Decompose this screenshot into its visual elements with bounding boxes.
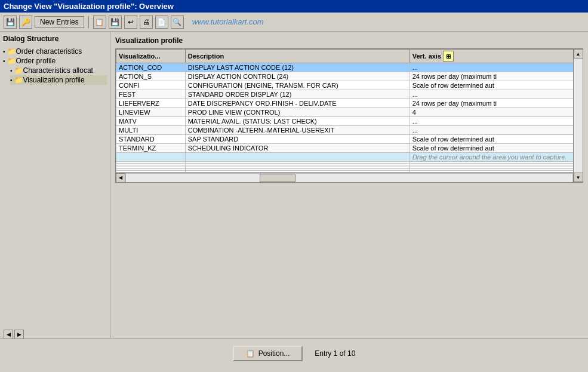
cell-vert: Scale of row determined aut [410, 144, 582, 153]
cell-desc: SCHEDULING INDICATOR [185, 144, 410, 153]
vertical-scrollbar[interactable]: ▲ ▼ [573, 49, 583, 182]
table-row[interactable]: ACTION_CODDISPLAY LAST ACTION CODE (12).… [116, 63, 583, 72]
table-row[interactable]: CONFICONFIGURATION (ENGINE, TRANSM. FOR … [116, 81, 583, 90]
scroll-track [574, 59, 583, 173]
table-row[interactable]: TERMIN_KZSCHEDULING INDICATORScale of ro… [116, 144, 583, 153]
save2-icon[interactable]: 💾 [109, 16, 122, 29]
position-button[interactable]: 📋 Position... [233, 346, 303, 361]
cell-desc: COMBINATION -ALTERN.-MATERIAL-USEREXIT [185, 126, 410, 135]
table-row[interactable]: ACTION_SDISPLAY ACTION CONTROL (24)24 ro… [116, 72, 583, 81]
folder-icon-order-char: 📁 [7, 47, 16, 56]
bullet-icon-3: • [10, 67, 13, 74]
cell-viz: CONFI [116, 81, 186, 90]
horiz-scroll-thumb[interactable] [260, 174, 295, 182]
cell-vert: Scale of row determined aut [410, 135, 582, 144]
panel-title: Visualization profile [115, 36, 583, 45]
left-nav-arrows: ◀ ▶ [4, 330, 24, 339]
entry-info: Entry 1 of 10 [315, 349, 355, 358]
grid-icon: ⊞ [443, 51, 454, 62]
sidebar-label-order-profile: Order profile [16, 57, 56, 65]
cell-vert: Drag the cursor around the area you want… [410, 153, 582, 162]
table-row[interactable]: MULTICOMBINATION -ALTERN.-MATERIAL-USERE… [116, 126, 583, 135]
print-icon[interactable]: 📄 [155, 16, 168, 29]
folder-icon-char-alloc: 📁 [14, 66, 23, 75]
cell-vert: 4 [410, 108, 582, 117]
data-table-container: ▲ ▼ Visualizatio... Description Vert. ax… [115, 48, 583, 183]
new-entries-button[interactable]: New Entries [35, 16, 84, 28]
sidebar-item-characteristics-alloc[interactable]: • 📁 Characteristics allocat [10, 66, 107, 75]
cell-viz: ACTION_S [116, 72, 186, 81]
cell-viz [116, 153, 186, 162]
visualization-table: Visualizatio... Description Vert. axis ⊞… [116, 49, 583, 173]
nav-left-icon[interactable]: ◀ [4, 330, 13, 339]
table-row[interactable]: FESTSTANDARD ORDER DISPLAY (12)... [116, 90, 583, 99]
scroll-up-btn[interactable]: ▲ [574, 49, 583, 59]
cell-viz: MULTI [116, 126, 186, 135]
horizontal-scrollbar[interactable]: ◀ ▶ [116, 173, 583, 182]
cell-desc: PROD LINE VIEW (CONTROL) [185, 108, 410, 117]
horiz-scroll-track [125, 173, 573, 183]
title-text: Change View "Visualization profile": Ove… [4, 2, 174, 11]
toolbar: 💾 🔑 New Entries 📋 💾 ↩ 🖨 📄 🔍 www.tutorial… [0, 13, 588, 32]
cell-viz: MATV [116, 117, 186, 126]
cell-desc: CONFIGURATION (ENGINE, TRANSM. FOR CAR) [185, 81, 410, 90]
bullet-icon-4: • [10, 77, 13, 84]
title-bar: Change View "Visualization profile": Ove… [0, 0, 588, 13]
cell-viz: FEST [116, 90, 186, 99]
folder-icon-viz: 📁 [14, 76, 23, 84]
copy-icon[interactable]: 📋 [93, 16, 106, 29]
sidebar-label-order-characteristics: Order characteristics [16, 47, 82, 56]
folder-icon-order-profile: 📁 [7, 57, 16, 65]
main-area: Dialog Structure • 📁 Order characteristi… [0, 32, 588, 338]
cell-viz: LIEFERVERZ [116, 99, 186, 108]
cell-desc: DISPLAY LAST ACTION CODE (12) [185, 63, 410, 72]
right-panel: Visualization profile ▲ ▼ Visualizatio..… [110, 32, 588, 338]
sidebar-item-order-characteristics[interactable]: • 📁 Order characteristics [3, 47, 107, 56]
sidebar-item-visualization-profile[interactable]: • 📁 Visualization profile [10, 75, 107, 85]
undo-icon[interactable]: ↩ [124, 16, 137, 29]
col-header-desc: Description [185, 50, 410, 63]
table-row[interactable]: LIEFERVERZDATE DISCREPANCY ORD.FINISH - … [116, 99, 583, 108]
dialog-structure-title: Dialog Structure [3, 35, 107, 43]
cell-desc: MATERIAL AVAIL. (STATUS: LAST CHECK) [185, 117, 410, 126]
watermark: www.tutorialkart.com [192, 17, 264, 26]
position-icon: 📋 [246, 349, 255, 358]
bottom-bar: 📋 Position... Entry 1 of 10 [0, 338, 588, 368]
cell-vert: Scale of row determined aut [410, 81, 582, 90]
save-icon[interactable]: 💾 [4, 16, 17, 29]
shortcut-icon[interactable]: 🔑 [19, 16, 32, 29]
cell-desc: DISPLAY ACTION CONTROL (24) [185, 72, 410, 81]
table-header-row: Visualizatio... Description Vert. axis ⊞ [116, 50, 583, 63]
redo-icon[interactable]: 🖨 [140, 16, 153, 29]
cell-viz: LINEVIEW [116, 108, 186, 117]
sidebar-item-order-profile[interactable]: • 📁 Order profile [3, 56, 107, 66]
cell-viz: STANDARD [116, 135, 186, 144]
cell-viz: TERMIN_KZ [116, 144, 186, 153]
position-label: Position... [258, 349, 290, 358]
cell-vert: 24 rows per day (maximum ti [410, 99, 582, 108]
find-icon[interactable]: 🔍 [171, 16, 184, 29]
scroll-down-btn[interactable]: ▼ [574, 173, 583, 182]
cell-vert: ... [410, 90, 582, 99]
cell-desc: STANDARD ORDER DISPLAY (12) [185, 90, 410, 99]
table-row[interactable]: MATVMATERIAL AVAIL. (STATUS: LAST CHECK)… [116, 117, 583, 126]
cell-desc: DATE DISCREPANCY ORD.FINISH - DELIV.DATE [185, 99, 410, 108]
table-body: ACTION_CODDISPLAY LAST ACTION CODE (12).… [116, 63, 583, 173]
cell-desc: SAP STANDARD [185, 135, 410, 144]
cell-vert: ... [410, 117, 582, 126]
cell-vert: ... [410, 63, 582, 72]
table-row[interactable]: Drag the cursor around the area you want… [116, 153, 583, 162]
table-row[interactable]: STANDARDSAP STANDARDScale of row determi… [116, 135, 583, 144]
col-header-vert: Vert. axis ⊞ [410, 50, 582, 63]
separator-1 [88, 16, 89, 28]
sidebar-label-characteristics: Characteristics allocat [23, 66, 93, 75]
sidebar-label-visualization: Visualization profile [23, 76, 85, 84]
cell-vert: 24 rows per day (maximum ti [410, 72, 582, 81]
scroll-left-btn[interactable]: ◀ [116, 173, 125, 183]
cell-viz: ACTION_COD [116, 63, 186, 72]
bullet-icon-2: • [3, 58, 5, 64]
col-header-viz: Visualizatio... [116, 50, 186, 63]
table-row[interactable]: LINEVIEWPROD LINE VIEW (CONTROL)4 [116, 108, 583, 117]
nav-right-icon[interactable]: ▶ [14, 330, 24, 339]
bullet-icon: • [3, 48, 5, 55]
